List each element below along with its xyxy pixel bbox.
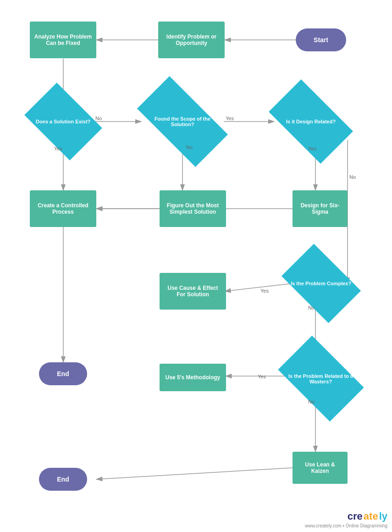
start-node: Start — [296, 28, 346, 51]
end2-node: End — [39, 468, 87, 491]
footer-sub: www.creately.com • Online Diagramming — [305, 523, 387, 528]
label-no-is-complex: No — [308, 305, 315, 310]
svg-line-13 — [225, 283, 293, 291]
use-lean-node: Use Lean & Kaizen — [293, 452, 348, 484]
does-solution-node: Does a Solution Exist? — [31, 99, 95, 144]
analyze-node: Analyze How Problem Can be Fixed — [30, 22, 96, 58]
is-design-node: Is it Design Related? — [274, 99, 348, 144]
use-5s-node: Use 5's Methodology — [160, 364, 226, 391]
svg-line-18 — [96, 468, 293, 479]
end1-node: End — [39, 362, 87, 385]
design-sigma-node: Design for Six-Sigma — [293, 190, 348, 227]
label-no-found-scope: No — [186, 144, 193, 150]
label-yes-is-8wasters: Yes — [258, 374, 266, 379]
is-complex-node: Is the Problem Complex? — [288, 260, 354, 306]
label-no-is-design: No — [349, 174, 356, 180]
label-yes-is-design: Yes — [308, 146, 316, 151]
brand-logo: creately — [305, 510, 387, 522]
label-yes-is-complex: Yes — [260, 288, 269, 294]
identify-node: Identify Problem or Opportunity — [158, 22, 225, 58]
footer: creately www.creately.com • Online Diagr… — [305, 510, 387, 528]
is-8wasters-node: Is the Problem Related to 8 Wasters? — [284, 355, 358, 403]
figure-out-node: Figure Out the Most Simplest Solution — [160, 190, 226, 227]
label-yes-found-scope: Yes — [226, 116, 234, 121]
cause-effect-node: Use Cause & Effect For Solution — [160, 273, 226, 310]
create-process-node: Create a Controlled Process — [30, 190, 96, 227]
label-yes-does-solution: Yes — [54, 146, 62, 151]
label-no-is-8wasters: No — [308, 399, 315, 405]
found-scope-node: Found the Scope of the Solution? — [141, 99, 224, 144]
label-no-does-solution: No — [95, 116, 102, 121]
